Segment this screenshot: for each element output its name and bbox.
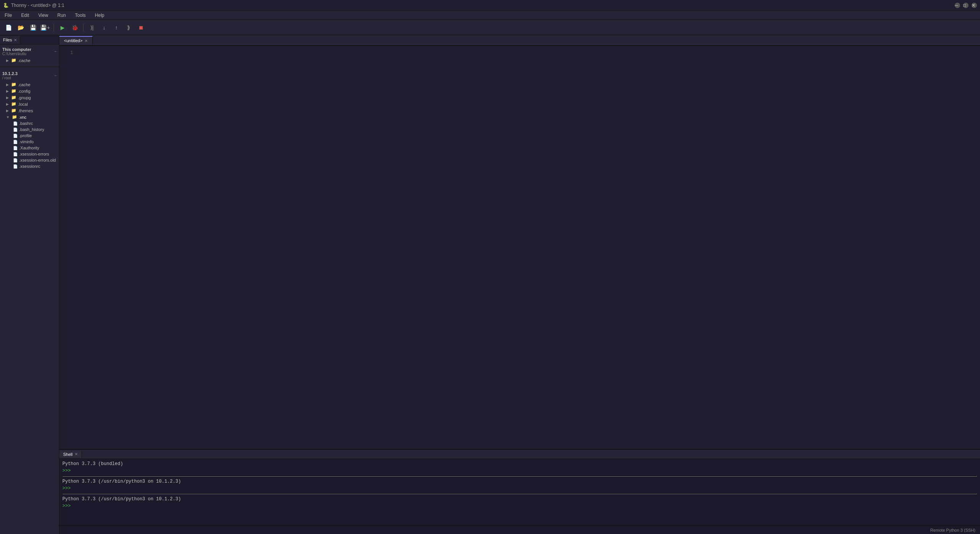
open-file-button[interactable]: 📂 [15,22,26,33]
expand-arrow-icon: ▶ [6,83,9,87]
file-name: .xsession-errors.old [19,158,56,162]
file-icon: 📄 [13,128,18,132]
this-computer-section: This computer C:\Users\kutlu − ▶ 📁 .cach… [0,44,59,65]
expand-arrow-icon: ▼ [6,115,10,119]
shell-line-2: >>> [62,467,977,474]
window-controls[interactable]: ─ □ ✕ [955,3,977,8]
step-over-button[interactable]: ⟩| [87,22,97,33]
file-icon: 📄 [13,140,18,144]
shell-tab-bar: Shell ✕ [59,450,980,459]
shell-text: Python 3.7.3 (/usr/bin/python3 on 10.1.2… [62,496,181,502]
title-bar: 🐍 Thonny - <untitled> @ 1:1 ─ □ ✕ [0,0,980,11]
remote-xsession-errors-file[interactable]: 📄 .xsession-errors [0,151,59,157]
toolbar: 📄 📂 💾 💾+ ▶ 🐞 ⟩| ↓ ↑ ⟫ ⏹ [0,20,980,35]
this-computer-collapse[interactable]: − [54,49,57,54]
save-file-button[interactable]: 💾 [28,22,38,33]
file-name: .viminfo [19,139,34,144]
remote-xsessionrc-file[interactable]: 📄 .xsessionrc [0,163,59,169]
shell-line-5: Python 3.7.3 (/usr/bin/python3 on 10.1.2… [62,496,977,503]
folder-name: .cache [18,82,30,87]
expand-arrow-icon: ▶ [6,59,9,62]
untitled-tab[interactable]: <untitled> ✕ [59,36,93,44]
menu-bar: File Edit View Run Tools Help [0,11,980,20]
file-panel-tab-bar: Files ✕ [0,35,59,44]
close-btn[interactable]: ✕ [972,3,977,8]
folder-name: .local [18,102,28,106]
folder-icon: 📁 [11,82,16,87]
folder-icon: 📁 [11,88,16,93]
debug-button[interactable]: 🐞 [69,22,80,33]
remote-path: / root [2,76,18,80]
line-number-1: 1 [61,49,73,57]
shell-divider-1 [62,476,977,477]
shell-line-6: >>> [62,503,977,509]
menu-help[interactable]: Help [93,12,106,19]
folder-icon: 📁 [11,95,16,100]
remote-config-folder[interactable]: ▶ 📁 .config [0,88,59,94]
file-name: .bashrc [19,121,33,126]
remote-bashrc-file[interactable]: 📄 .bashrc [0,120,59,126]
menu-view[interactable]: View [37,12,50,19]
remote-themes-folder[interactable]: ▶ 📁 .themes [0,107,59,114]
remote-section: 10.1.2.3 / root − ▶ 📁 .cache ▶ 📁 .config… [0,69,59,171]
run-button[interactable]: ▶ [57,22,68,33]
menu-tools[interactable]: Tools [74,12,87,19]
line-numbers: 1 [59,46,75,449]
files-tab-close[interactable]: ✕ [14,38,17,42]
remote-bash-history-file[interactable]: 📄 .bash_history [0,126,59,133]
remote-gnupg-folder[interactable]: ▶ 📁 .gnupg [0,94,59,101]
file-name: .xsession-errors [19,152,49,156]
shell-text: Python 3.7.3 (/usr/bin/python3 on 10.1.2… [62,479,181,484]
remote-host-title: 10.1.2.3 [2,71,18,76]
remote-xauthority-file[interactable]: 📄 .Xauthority [0,145,59,151]
remote-local-folder[interactable]: ▶ 📁 .local [0,101,59,107]
step-into-button[interactable]: ↓ [99,22,109,33]
file-icon: 📄 [13,152,18,156]
editor-content: 1 [59,46,980,449]
this-computer-header[interactable]: This computer C:\Users\kutlu − [0,46,59,57]
remote-header[interactable]: 10.1.2.3 / root − [0,70,59,81]
remote-vnc-folder[interactable]: ▼ 📁 .vnc [0,114,59,120]
file-panel: Files ✕ This computer C:\Users\kutlu − ▶… [0,35,59,534]
step-out-button[interactable]: ↑ [111,22,122,33]
folder-icon: 📁 [12,115,17,120]
section-divider [0,67,59,67]
files-tab[interactable]: Files ✕ [0,36,20,44]
maximize-btn[interactable]: □ [963,3,969,8]
editor-area: <untitled> ✕ 1 Shell ✕ Python 3.7.3 (bu [59,35,980,534]
file-icon: 📄 [13,146,18,150]
new-file-button[interactable]: 📄 [3,22,14,33]
tab-close-icon[interactable]: ✕ [85,39,88,43]
folder-name: .gnupg [18,95,31,100]
minimize-btn[interactable]: ─ [955,3,960,8]
folder-icon: 📁 [11,58,16,63]
folder-name: .config [18,89,30,93]
shell-line-1: Python 3.7.3 (bundled) [62,460,977,467]
menu-edit[interactable]: Edit [20,12,31,19]
file-name: .bash_history [19,127,44,132]
folder-icon: 📁 [11,108,16,113]
shell-tab[interactable]: Shell ✕ [59,451,82,458]
shell-tab-close[interactable]: ✕ [75,452,78,456]
save-as-button[interactable]: 💾+ [40,22,51,33]
resume-button[interactable]: ⟫ [123,22,134,33]
menu-file[interactable]: File [3,12,13,19]
remote-profile-file[interactable]: 📄 .profile [0,133,59,139]
status-text: Remote Python 3 (SSH) [930,528,975,532]
code-editor[interactable] [75,46,980,449]
file-name: .profile [19,133,32,138]
expand-arrow-icon: ▶ [6,102,9,106]
shell-content[interactable]: Python 3.7.3 (bundled) >>> Python 3.7.3 … [59,459,980,526]
remote-viminfo-file[interactable]: 📄 .viminfo [0,139,59,145]
remote-collapse[interactable]: − [54,74,57,78]
file-name: .Xauthority [19,146,39,150]
stop-button[interactable]: ⏹ [136,22,146,33]
menu-run[interactable]: Run [56,12,67,19]
remote-xsession-errors-old-file[interactable]: 📄 .xsession-errors.old [0,157,59,163]
remote-cache-folder[interactable]: ▶ 📁 .cache [0,81,59,88]
shell-prompt: >>> [62,468,71,473]
expand-arrow-icon: ▶ [6,89,9,93]
tab-label: <untitled> [64,38,82,43]
file-icon: 📄 [13,121,18,126]
local-cache-folder[interactable]: ▶ 📁 .cache [0,57,59,64]
